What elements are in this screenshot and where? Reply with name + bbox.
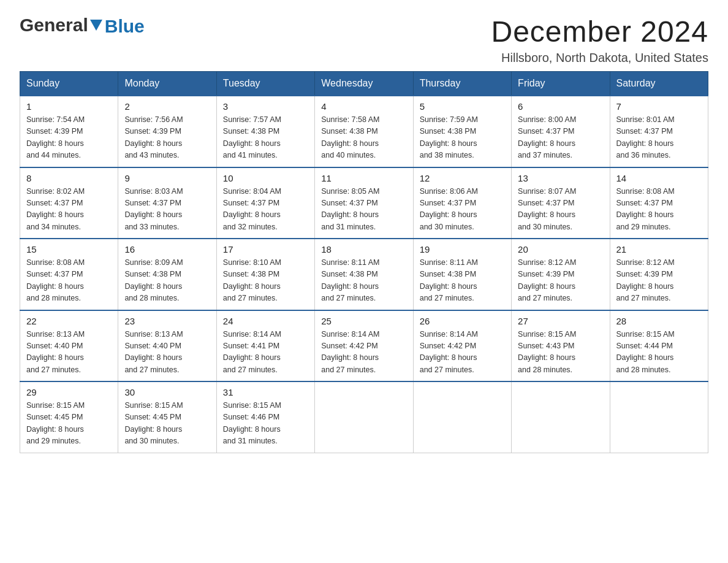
day-number: 3	[223, 101, 308, 112]
day-number: 12	[420, 173, 505, 183]
table-row: 14Sunrise: 8:08 AMSunset: 4:37 PMDayligh…	[610, 167, 708, 239]
day-info: Sunrise: 8:12 AMSunset: 4:39 PMDaylight:…	[616, 257, 702, 305]
day-number: 2	[124, 101, 210, 112]
header-tuesday: Tuesday	[216, 72, 314, 96]
calendar-week-row: 8Sunrise: 8:02 AMSunset: 4:37 PMDaylight…	[20, 167, 708, 239]
logo-text: General	[20, 15, 88, 36]
day-info: Sunrise: 8:15 AMSunset: 4:45 PMDaylight:…	[124, 400, 210, 448]
day-number: 18	[321, 244, 406, 255]
day-info: Sunrise: 8:05 AMSunset: 4:37 PMDaylight:…	[321, 186, 406, 234]
day-info: Sunrise: 8:00 AMSunset: 4:37 PMDaylight:…	[518, 114, 603, 162]
day-info: Sunrise: 7:58 AMSunset: 4:38 PMDaylight:…	[321, 114, 406, 162]
location-title: Hillsboro, North Dakota, United States	[491, 51, 708, 65]
day-number: 31	[223, 387, 308, 397]
header-monday: Monday	[118, 72, 216, 96]
table-row: 26Sunrise: 8:14 AMSunset: 4:42 PMDayligh…	[413, 310, 511, 382]
table-row: 7Sunrise: 8:01 AMSunset: 4:37 PMDaylight…	[610, 96, 708, 167]
day-info: Sunrise: 8:14 AMSunset: 4:42 PMDaylight:…	[420, 329, 505, 377]
day-info: Sunrise: 8:10 AMSunset: 4:38 PMDaylight:…	[223, 257, 308, 305]
day-number: 16	[124, 244, 210, 255]
day-number: 24	[223, 316, 308, 326]
page-header: General Blue December 2024 Hillsboro, No…	[20, 15, 708, 65]
logo-blue-text: Blue	[105, 17, 145, 36]
day-info: Sunrise: 8:07 AMSunset: 4:37 PMDaylight:…	[518, 186, 603, 234]
table-row: 4Sunrise: 7:58 AMSunset: 4:38 PMDaylight…	[315, 96, 413, 167]
day-number: 21	[616, 244, 702, 255]
day-info: Sunrise: 8:08 AMSunset: 4:37 PMDaylight:…	[616, 186, 702, 234]
day-info: Sunrise: 8:11 AMSunset: 4:38 PMDaylight:…	[420, 257, 505, 305]
day-info: Sunrise: 8:14 AMSunset: 4:41 PMDaylight:…	[223, 329, 308, 377]
day-number: 13	[518, 173, 603, 183]
table-row: 12Sunrise: 8:06 AMSunset: 4:37 PMDayligh…	[413, 167, 511, 239]
table-row: 19Sunrise: 8:11 AMSunset: 4:38 PMDayligh…	[413, 239, 511, 310]
table-row: 20Sunrise: 8:12 AMSunset: 4:39 PMDayligh…	[512, 239, 610, 310]
table-row: 8Sunrise: 8:02 AMSunset: 4:37 PMDaylight…	[20, 167, 118, 239]
table-row: 10Sunrise: 8:04 AMSunset: 4:37 PMDayligh…	[216, 167, 314, 239]
logo-triangle-icon	[90, 20, 102, 31]
day-info: Sunrise: 8:06 AMSunset: 4:37 PMDaylight:…	[420, 186, 505, 234]
day-number: 5	[420, 101, 505, 112]
day-number: 17	[223, 244, 308, 255]
table-row: 21Sunrise: 8:12 AMSunset: 4:39 PMDayligh…	[610, 239, 708, 310]
table-row: 24Sunrise: 8:14 AMSunset: 4:41 PMDayligh…	[216, 310, 314, 382]
table-row: 15Sunrise: 8:08 AMSunset: 4:37 PMDayligh…	[20, 239, 118, 310]
day-info: Sunrise: 8:03 AMSunset: 4:37 PMDaylight:…	[124, 186, 210, 234]
day-info: Sunrise: 7:54 AMSunset: 4:39 PMDaylight:…	[26, 114, 112, 162]
day-info: Sunrise: 8:13 AMSunset: 4:40 PMDaylight:…	[26, 329, 112, 377]
day-info: Sunrise: 8:08 AMSunset: 4:37 PMDaylight:…	[26, 257, 112, 305]
day-number: 6	[518, 101, 603, 112]
calendar-week-row: 1Sunrise: 7:54 AMSunset: 4:39 PMDaylight…	[20, 96, 708, 167]
header-wednesday: Wednesday	[315, 72, 413, 96]
day-number: 15	[26, 244, 112, 255]
day-info: Sunrise: 8:11 AMSunset: 4:38 PMDaylight:…	[321, 257, 406, 305]
month-title: December 2024	[491, 15, 708, 48]
header-saturday: Saturday	[610, 72, 708, 96]
day-number: 29	[26, 387, 112, 397]
day-number: 30	[124, 387, 210, 397]
table-row: 27Sunrise: 8:15 AMSunset: 4:43 PMDayligh…	[512, 310, 610, 382]
day-number: 23	[124, 316, 210, 326]
day-number: 28	[616, 316, 702, 326]
table-row	[315, 381, 413, 453]
header-friday: Friday	[512, 72, 610, 96]
header-sunday: Sunday	[20, 72, 118, 96]
day-info: Sunrise: 8:15 AMSunset: 4:44 PMDaylight:…	[616, 329, 702, 377]
table-row: 5Sunrise: 7:59 AMSunset: 4:38 PMDaylight…	[413, 96, 511, 167]
table-row: 18Sunrise: 8:11 AMSunset: 4:38 PMDayligh…	[315, 239, 413, 310]
table-row: 28Sunrise: 8:15 AMSunset: 4:44 PMDayligh…	[610, 310, 708, 382]
calendar-table: Sunday Monday Tuesday Wednesday Thursday…	[20, 71, 708, 453]
table-row: 9Sunrise: 8:03 AMSunset: 4:37 PMDaylight…	[118, 167, 216, 239]
day-number: 19	[420, 244, 505, 255]
day-info: Sunrise: 7:59 AMSunset: 4:38 PMDaylight:…	[420, 114, 505, 162]
day-info: Sunrise: 8:15 AMSunset: 4:43 PMDaylight:…	[518, 329, 603, 377]
table-row: 22Sunrise: 8:13 AMSunset: 4:40 PMDayligh…	[20, 310, 118, 382]
table-row	[512, 381, 610, 453]
table-row: 30Sunrise: 8:15 AMSunset: 4:45 PMDayligh…	[118, 381, 216, 453]
day-number: 10	[223, 173, 308, 183]
day-number: 4	[321, 101, 406, 112]
day-info: Sunrise: 8:13 AMSunset: 4:40 PMDaylight:…	[124, 329, 210, 377]
day-number: 7	[616, 101, 702, 112]
table-row: 23Sunrise: 8:13 AMSunset: 4:40 PMDayligh…	[118, 310, 216, 382]
day-info: Sunrise: 8:04 AMSunset: 4:37 PMDaylight:…	[223, 186, 308, 234]
day-number: 25	[321, 316, 406, 326]
day-number: 26	[420, 316, 505, 326]
table-row: 3Sunrise: 7:57 AMSunset: 4:38 PMDaylight…	[216, 96, 314, 167]
table-row: 16Sunrise: 8:09 AMSunset: 4:38 PMDayligh…	[118, 239, 216, 310]
table-row: 29Sunrise: 8:15 AMSunset: 4:45 PMDayligh…	[20, 381, 118, 453]
day-info: Sunrise: 8:15 AMSunset: 4:46 PMDaylight:…	[223, 400, 308, 448]
table-row: 11Sunrise: 8:05 AMSunset: 4:37 PMDayligh…	[315, 167, 413, 239]
logo: General Blue	[20, 15, 145, 36]
day-number: 14	[616, 173, 702, 183]
day-number: 9	[124, 173, 210, 183]
day-info: Sunrise: 8:12 AMSunset: 4:39 PMDaylight:…	[518, 257, 603, 305]
calendar-week-row: 15Sunrise: 8:08 AMSunset: 4:37 PMDayligh…	[20, 239, 708, 310]
day-info: Sunrise: 8:09 AMSunset: 4:38 PMDaylight:…	[124, 257, 210, 305]
table-row: 17Sunrise: 8:10 AMSunset: 4:38 PMDayligh…	[216, 239, 314, 310]
table-row: 31Sunrise: 8:15 AMSunset: 4:46 PMDayligh…	[216, 381, 314, 453]
day-info: Sunrise: 7:56 AMSunset: 4:39 PMDaylight:…	[124, 114, 210, 162]
table-row: 1Sunrise: 7:54 AMSunset: 4:39 PMDaylight…	[20, 96, 118, 167]
day-number: 11	[321, 173, 406, 183]
day-info: Sunrise: 8:01 AMSunset: 4:37 PMDaylight:…	[616, 114, 702, 162]
title-area: December 2024 Hillsboro, North Dakota, U…	[491, 15, 708, 65]
